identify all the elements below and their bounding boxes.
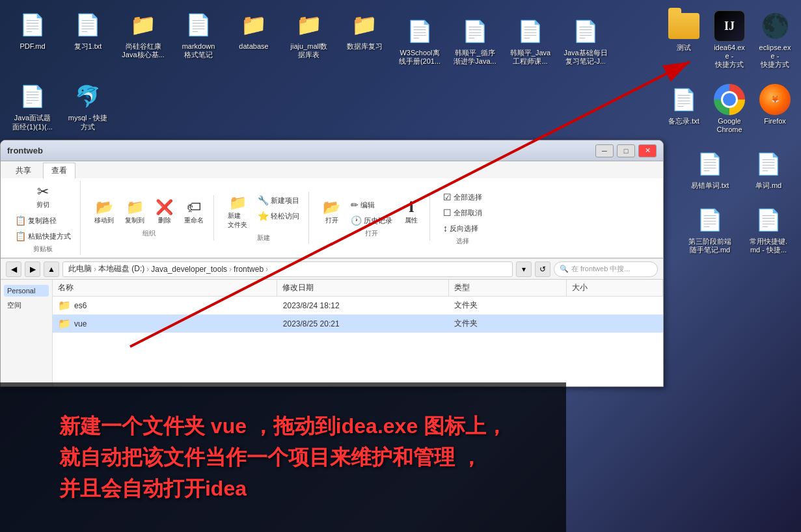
- desktop-icon-database[interactable]: 📁 database: [228, 7, 280, 53]
- clipboard-group: ✂ 剪切 📋 复制路径 📋 粘贴快捷方式: [6, 181, 81, 255]
- desktop-icon-fuxi1[interactable]: 📄 复习1.txt: [62, 7, 114, 53]
- copy-to-label: 复制到: [125, 216, 144, 225]
- invert-selection-button[interactable]: ↕ 反向选择: [439, 221, 486, 235]
- back-button[interactable]: ◀: [6, 261, 21, 277]
- yicuo-label: 易错单词.txt: [691, 181, 729, 190]
- move-to-button[interactable]: 📂 移动到: [90, 198, 118, 228]
- desktop-icon-han1[interactable]: 📄 韩顺平_循序渐进学Java...: [449, 13, 501, 68]
- shanhu-icon: 📁: [128, 9, 159, 40]
- beiwanglu-icon: 📄: [668, 84, 699, 115]
- desktop-icon-han2[interactable]: 📄 韩顺平_Java工程师课...: [504, 13, 556, 68]
- delete-button[interactable]: ❌ 删除: [151, 198, 178, 228]
- danci-icon: 📄: [753, 148, 784, 180]
- danci-label: 单词.md: [755, 181, 781, 190]
- disanjieduan-label: 第三阶段前端随手笔记.md: [688, 237, 731, 254]
- w3school-label: W3School离线手册(201...: [399, 49, 441, 66]
- forward-button[interactable]: ▶: [25, 261, 40, 277]
- folder-icon-vue: 📁: [58, 317, 71, 330]
- table-row[interactable]: 📁 vue 2023/8/25 20:21 文件夹: [53, 315, 663, 333]
- new-item-label: 新建项目: [271, 196, 299, 206]
- desktop-icon-markdown[interactable]: 📄 markdown格式笔记: [172, 7, 224, 62]
- breadcrumb[interactable]: 此电脑 › 本地磁盘 (D:) › Java_developer_tools ›…: [62, 261, 513, 277]
- col-header-date[interactable]: 修改日期: [277, 280, 448, 296]
- dropdown-button[interactable]: ▾: [516, 261, 532, 277]
- close-button[interactable]: ✕: [638, 144, 657, 157]
- java-interview-label: Java面试题面经(1)(1)(...: [12, 114, 53, 131]
- move-to-label: 移动到: [94, 216, 114, 225]
- desktop-icon-yicuo[interactable]: 📄 易错单词.txt: [684, 146, 736, 193]
- database-icon: 📁: [238, 9, 269, 40]
- easy-access-button[interactable]: ⭐ 轻松访问: [254, 209, 303, 223]
- rename-button[interactable]: 🏷 重命名: [180, 198, 208, 228]
- desktop-icon-jiaju[interactable]: 📁 jiaju_mall数据库表: [283, 7, 335, 62]
- desktop-icon-java-interview[interactable]: 📄 Java面试题面经(1)(1)(...: [7, 78, 59, 133]
- properties-icon: ℹ: [409, 200, 414, 215]
- chrome-label: GoogleChrome: [716, 117, 742, 134]
- nav-item-personal[interactable]: Personal: [4, 285, 49, 297]
- new-folder-button[interactable]: 📁 新建文件夹: [223, 193, 252, 232]
- desktop-icon-disanjieduan[interactable]: 📄 第三阶段前端随手笔记.md: [684, 202, 736, 257]
- refresh-button[interactable]: ↺: [535, 261, 550, 277]
- pdf-label: PDF.md: [20, 42, 45, 51]
- desktop-icon-danci[interactable]: 📄 单词.md: [742, 146, 794, 193]
- new-folder-label: 新建文件夹: [228, 211, 247, 230]
- desktop-icon-chrome[interactable]: GoogleChrome: [710, 81, 749, 137]
- edit-button[interactable]: ✏ 编辑: [347, 198, 396, 212]
- desktop-icon-shanhu[interactable]: 📁 尚硅谷红康Java核心基...: [117, 7, 169, 62]
- file-list-header: 名称 修改日期 类型 大小: [53, 280, 663, 297]
- desktop-icon-changyong[interactable]: 📄 常用快捷键.md - 快捷...: [742, 202, 794, 257]
- tab-view[interactable]: 查看: [43, 163, 75, 179]
- open-button[interactable]: 📂 打开: [318, 198, 345, 228]
- rename-label: 重命名: [184, 216, 204, 225]
- maximize-button[interactable]: □: [617, 144, 635, 157]
- properties-button[interactable]: ℹ 属性: [398, 198, 424, 228]
- desktop-icon-java-basic[interactable]: 📄 Java基础每日复习笔记-J...: [560, 13, 612, 68]
- copy-path-label: 复制路径: [28, 216, 57, 226]
- desktop: 📄 PDF.md 📄 复习1.txt 📁 尚硅谷红康Java核心基... 📄 m…: [0, 0, 801, 532]
- copy-path-button[interactable]: 📋 复制路径: [11, 213, 75, 228]
- fuxi1-icon: 📄: [72, 9, 103, 40]
- desktop-icon-w3school[interactable]: 📄 W3School离线手册(201...: [394, 13, 446, 68]
- desktop-icon-beiwanglu[interactable]: 📄 备忘录.txt: [664, 81, 703, 137]
- col-header-size[interactable]: 大小: [567, 280, 663, 296]
- desktop-icon-shujuku[interactable]: 📁 数据库复习: [338, 7, 390, 53]
- up-button[interactable]: ▲: [44, 261, 59, 277]
- tab-share[interactable]: 共享: [7, 163, 40, 178]
- han1-label: 韩顺平_循序渐进学Java...: [454, 49, 496, 66]
- minimize-button[interactable]: ─: [595, 144, 614, 157]
- desktop-row-4: 📄 第三阶段前端随手笔记.md 📄 常用快捷键.md - 快捷...: [661, 200, 798, 258]
- window-controls: ─ □ ✕: [595, 144, 657, 157]
- easy-access-label: 轻松访问: [271, 211, 299, 221]
- history-label: 历史记录: [364, 216, 392, 226]
- explorer-window: frontweb ─ □ ✕ 共享 查看 ✂ 剪切: [0, 140, 664, 387]
- desktop-icon-mysql[interactable]: 🐬 mysql - 快捷方式: [62, 78, 114, 133]
- desktop-icon-pdf[interactable]: 📄 PDF.md: [7, 7, 59, 53]
- cut-button[interactable]: ✂ 剪切: [30, 182, 56, 212]
- table-row[interactable]: 📁 es6 2023/8/24 18:12 文件夹: [53, 297, 663, 315]
- markdown-icon: 📄: [183, 9, 214, 40]
- desktop-icon-firefox[interactable]: 🦊 Firefox: [755, 81, 794, 137]
- nav-item-space[interactable]: 空间: [4, 299, 49, 312]
- disanjieduan-icon: 📄: [694, 204, 726, 235]
- file-name-text-vue: vue: [74, 319, 87, 328]
- file-date-es6: 2023/8/24 18:12: [278, 299, 449, 313]
- file-name-text-es6: es6: [74, 301, 87, 310]
- select-all-button[interactable]: ☑ 全部选择: [439, 190, 486, 204]
- jiaju-icon: 📁: [293, 9, 325, 40]
- deselect-all-button[interactable]: ☐ 全部取消: [439, 206, 486, 220]
- file-date-vue: 2023/8/25 20:21: [278, 317, 449, 331]
- new-item-button[interactable]: 🔧 新建项目: [254, 193, 303, 207]
- desktop-icon-ceshi[interactable]: 测试: [664, 8, 703, 72]
- copy-to-button[interactable]: 📁 复制到: [120, 198, 149, 228]
- breadcrumb-disk: 本地磁盘 (D:): [98, 263, 144, 274]
- history-button[interactable]: 🕐 历史记录: [347, 213, 396, 228]
- col-header-type[interactable]: 类型: [449, 280, 567, 296]
- search-box[interactable]: 🔍 在 frontweb 中搜...: [554, 261, 658, 277]
- yicuo-icon: 📄: [694, 148, 726, 180]
- col-header-name[interactable]: 名称: [53, 280, 277, 296]
- paste-shortcut-button[interactable]: 📋 粘贴快捷方式: [11, 229, 75, 243]
- desktop-icon-idea64[interactable]: IJ idea64.exe -快捷方式: [710, 8, 749, 72]
- desktop-icon-eclipse[interactable]: 🌑 eclipse.exe -快捷方式: [755, 8, 794, 72]
- annotation-overlay: 新建一个文件夹 vue ，拖动到idea.exe 图标上，就自动把该文件当作一个…: [0, 382, 566, 532]
- desktop-row-1: 测试 IJ idea64.exe -快捷方式 🌑 eclipse.exe -快捷…: [661, 7, 798, 73]
